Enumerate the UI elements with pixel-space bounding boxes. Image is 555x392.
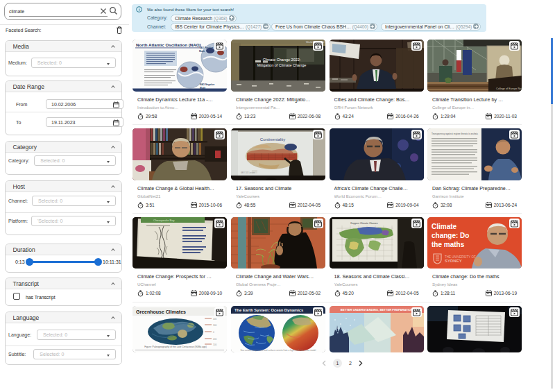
svg-text:BETTER UNDERSTANDING, BETTER P: BETTER UNDERSTANDING, BETTER PREPARATION (340, 308, 412, 312)
svg-text:The Earth System: Ocean Dynami: The Earth System: Ocean Dynamics (234, 308, 303, 312)
svg-text:the maths: the maths (432, 241, 465, 248)
svg-text:NAO Positive: NAO Positive (199, 46, 213, 49)
svg-text:North Atlantic Oscillation (NA: North Atlantic Oscillation (NAO) (136, 42, 201, 47)
svg-text:Mitigation of Climate Change: Mitigation of Climate Change (257, 63, 307, 67)
svg-text:change: Do: change: Do (432, 232, 469, 239)
svg-text:GEO 101 Lecture: GEO 101 Lecture (241, 171, 255, 174)
svg-text:Climate: Climate (432, 223, 457, 230)
svg-text:0: 0 (213, 331, 214, 334)
svg-text:400: 400 (213, 318, 217, 321)
svg-text:Koppen Climate Classes: Koppen Climate Classes (350, 222, 378, 225)
svg-text:300: 300 (213, 324, 217, 327)
svg-text:Chesapeake Bay: Chesapeake Bay (153, 219, 174, 222)
svg-text:200: 200 (213, 338, 217, 341)
svg-text:100: 100 (213, 343, 217, 346)
svg-text:Climate Change 2022:: Climate Change 2022: (263, 58, 301, 62)
svg-text:Continentality: Continentality (260, 137, 285, 142)
svg-text:NAO Negative: NAO Negative (200, 83, 214, 86)
svg-text:Sea surface temperature and su: Sea surface temperature and surface curr… (241, 349, 316, 352)
svg-text:Transparency against regime th: Transparency against regime threats is a… (432, 133, 478, 135)
svg-text:Greenhouse Climates: Greenhouse Climates (136, 309, 186, 314)
svg-text:Mode: Mode (199, 50, 205, 53)
svg-text:Figure: Paleogeography of the: Figure: Paleogeography of the Late Creta… (144, 346, 207, 348)
svg-text:College of Europe Natolin: College of Europe Natolin (496, 87, 522, 90)
svg-text:SYDNEY: SYDNEY (445, 259, 462, 263)
